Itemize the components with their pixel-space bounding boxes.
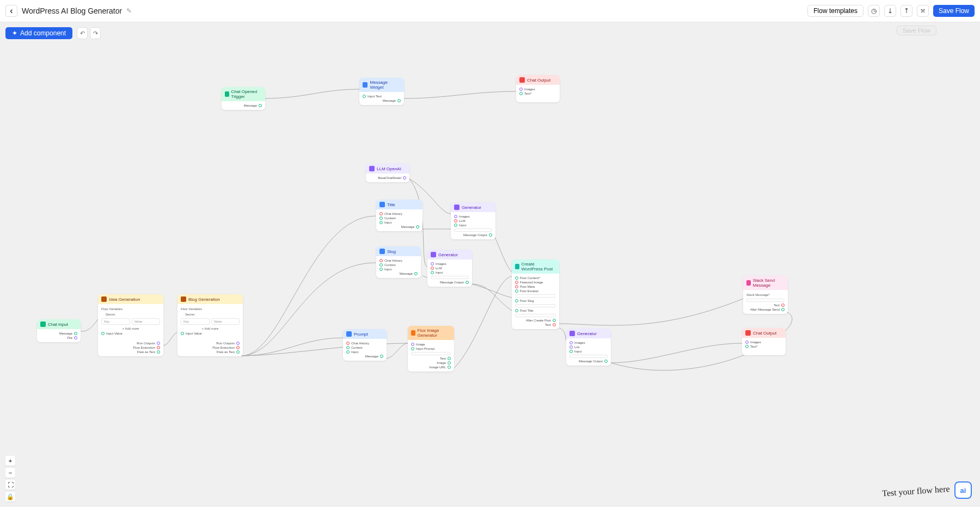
node-idea-generation[interactable]: Idea Generation Flow Variables Secret Ke… bbox=[98, 294, 163, 356]
port-input[interactable]: Input bbox=[454, 223, 492, 227]
node-title[interactable]: Title Chat History Context Input Message bbox=[376, 200, 422, 231]
port-image-out[interactable]: Image bbox=[411, 361, 451, 365]
port-image[interactable]: Image bbox=[411, 342, 451, 347]
node-generator-3[interactable]: Generator Images List Input Message Outp… bbox=[566, 329, 611, 366]
node-chat-output-2[interactable]: Chat Output Images Text* bbox=[742, 328, 786, 355]
value-input[interactable]: Value bbox=[211, 318, 240, 325]
port-post-content[interactable]: Post Content* bbox=[515, 276, 556, 280]
node-slug[interactable]: Slug Chat History Context Input Message bbox=[376, 246, 421, 278]
add-more-button[interactable]: + Add more bbox=[181, 326, 240, 331]
port-post-meta[interactable]: Post Meta bbox=[515, 285, 556, 289]
node-message-widget[interactable]: Message Widget Input Text Message bbox=[359, 78, 404, 105]
node-flux-image-generator[interactable]: Flux Image Generator Image Input Prompt … bbox=[408, 326, 454, 372]
lock-button[interactable]: 🔒 bbox=[5, 492, 15, 502]
node-generator-2[interactable]: Generator Images LLM Input Message Outpu… bbox=[427, 250, 472, 287]
save-flow-button[interactable]: Save Flow bbox=[933, 5, 975, 17]
port-flow-execution[interactable]: Flow Execution bbox=[181, 345, 240, 350]
port-after-message-send[interactable]: After Message Send bbox=[746, 307, 785, 312]
port-flow-as-text[interactable]: Flow as Text bbox=[181, 350, 240, 354]
share-icon[interactable]: ⤱ bbox=[917, 5, 929, 17]
port-list[interactable]: List bbox=[569, 345, 608, 349]
port-text[interactable]: Text bbox=[746, 303, 785, 307]
port-text[interactable]: Text bbox=[411, 356, 451, 361]
node-wordpress-post[interactable]: Create WordPress Post Post Content* Feat… bbox=[512, 259, 559, 329]
port-message[interactable]: Message bbox=[40, 331, 77, 336]
port-post-title[interactable]: Post Title bbox=[515, 308, 556, 313]
port-text[interactable]: Text bbox=[515, 323, 556, 327]
port-message[interactable]: Message bbox=[225, 103, 262, 108]
port-input[interactable]: Input bbox=[379, 267, 418, 271]
input-field[interactable] bbox=[515, 294, 556, 298]
fit-button[interactable]: ⛶ bbox=[5, 480, 15, 490]
back-button[interactable]: ‹ bbox=[5, 5, 17, 17]
port-images[interactable]: Images bbox=[431, 262, 469, 266]
port-featured-image[interactable]: Featured Image bbox=[515, 280, 556, 285]
port-message[interactable]: Message bbox=[379, 225, 419, 229]
port-run-outputs[interactable]: Run Outputs bbox=[101, 341, 160, 345]
zoom-in-button[interactable]: + bbox=[5, 456, 15, 466]
port-text[interactable]: Text* bbox=[519, 91, 556, 96]
node-chat-output-1[interactable]: Chat Output Images Text* bbox=[516, 75, 560, 102]
canvas[interactable]: Chat Opened Trigger Message Message Widg… bbox=[0, 22, 980, 507]
input-field[interactable] bbox=[746, 299, 785, 302]
port-post-excerpt[interactable]: Post Excerpt bbox=[515, 289, 556, 293]
port-after-create-post[interactable]: After Create Post bbox=[515, 318, 556, 323]
port-chat-history[interactable]: Chat History bbox=[379, 258, 418, 263]
undo-button[interactable]: ↶ bbox=[77, 27, 88, 39]
port-message[interactable]: Message bbox=[363, 98, 401, 103]
port-context[interactable]: Context bbox=[379, 263, 418, 267]
node-blog-generation[interactable]: Blog Generation Flow Variables Secret Ke… bbox=[177, 294, 243, 356]
value-input[interactable]: Value bbox=[132, 318, 161, 325]
history-icon[interactable]: ◷ bbox=[868, 5, 880, 17]
input-field[interactable] bbox=[515, 314, 556, 317]
port-input-prompt[interactable]: Input Prompt bbox=[411, 347, 451, 351]
input-field[interactable] bbox=[515, 304, 556, 307]
port-images[interactable]: Images bbox=[569, 341, 608, 345]
port-message[interactable]: Message bbox=[346, 354, 383, 358]
port-image-url[interactable]: Image URL bbox=[411, 365, 451, 369]
port-context[interactable]: Context bbox=[379, 216, 419, 220]
key-input[interactable]: Key bbox=[101, 318, 130, 325]
port-input[interactable]: Input bbox=[346, 350, 383, 354]
port-message-output[interactable]: Message Output bbox=[569, 359, 608, 363]
port-input-value[interactable]: Input Value bbox=[181, 331, 240, 336]
upload-icon[interactable]: ⤒ bbox=[901, 5, 912, 17]
port-input-value[interactable]: Input Value bbox=[101, 331, 160, 336]
port-input-text[interactable]: Input Text bbox=[363, 94, 401, 98]
port-chat-history[interactable]: Chat History bbox=[379, 212, 419, 216]
port-flow-as-text[interactable]: Flow as Text bbox=[101, 350, 160, 354]
port-post-slug[interactable]: Post Slug bbox=[515, 299, 556, 303]
port-chat-history[interactable]: Chat History bbox=[346, 341, 383, 345]
port-images[interactable]: Images bbox=[519, 87, 556, 91]
port-context[interactable]: Context bbox=[346, 345, 383, 350]
add-component-button[interactable]: ✦Add component bbox=[5, 27, 72, 39]
node-chat-opened-trigger[interactable]: Chat Opened Trigger Message bbox=[222, 87, 265, 110]
node-chat-input[interactable]: Chat Input Message File bbox=[37, 319, 81, 342]
edit-icon[interactable]: ✎ bbox=[126, 7, 132, 15]
key-input[interactable]: Key bbox=[181, 318, 210, 325]
node-generator-1[interactable]: Generator Images LLM Input Message Outpu… bbox=[451, 202, 495, 239]
port-run-outputs[interactable]: Run Outputs bbox=[181, 341, 240, 345]
input-field[interactable] bbox=[411, 352, 451, 355]
node-slack-send-message[interactable]: Slack Send Message Slack Message* Text A… bbox=[743, 276, 788, 314]
port-images[interactable]: Images bbox=[745, 340, 782, 344]
port-text[interactable]: Text* bbox=[745, 344, 782, 349]
port-basechatmodel[interactable]: BaseChatModel bbox=[369, 176, 406, 180]
download-icon[interactable]: ⤓ bbox=[884, 5, 896, 17]
port-input[interactable]: Input bbox=[379, 220, 419, 225]
input-field[interactable] bbox=[431, 276, 469, 279]
node-llm-openai[interactable]: LLM OpenAI BaseChatModel bbox=[366, 164, 409, 182]
input-field[interactable] bbox=[454, 228, 492, 232]
port-message[interactable]: Message bbox=[379, 271, 418, 276]
port-input[interactable]: Input bbox=[431, 270, 469, 275]
port-images[interactable]: Images bbox=[454, 214, 492, 219]
node-prompt[interactable]: Prompt Chat History Context Input Messag… bbox=[343, 329, 387, 361]
input-field[interactable] bbox=[569, 355, 608, 358]
port-message-output[interactable]: Message Output bbox=[431, 280, 469, 285]
port-llm[interactable]: LLM bbox=[431, 266, 469, 270]
port-message-output[interactable]: Message Output bbox=[454, 233, 492, 237]
ai-chat-fab[interactable]: ai bbox=[954, 481, 972, 499]
add-more-button[interactable]: + Add more bbox=[101, 326, 160, 331]
zoom-out-button[interactable]: − bbox=[5, 468, 15, 478]
port-file[interactable]: File bbox=[40, 336, 77, 340]
